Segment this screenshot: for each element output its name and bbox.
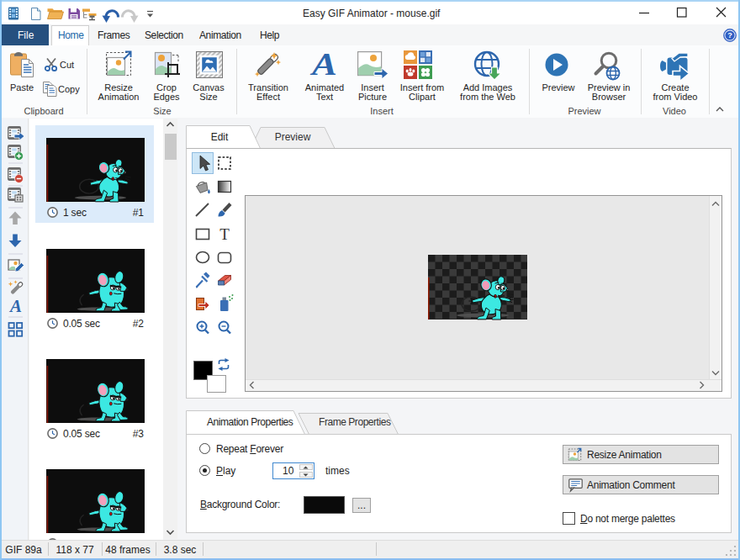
- svg-text:?: ?: [727, 31, 732, 40]
- svg-text:A: A: [8, 296, 22, 316]
- svg-text:T: T: [219, 225, 230, 243]
